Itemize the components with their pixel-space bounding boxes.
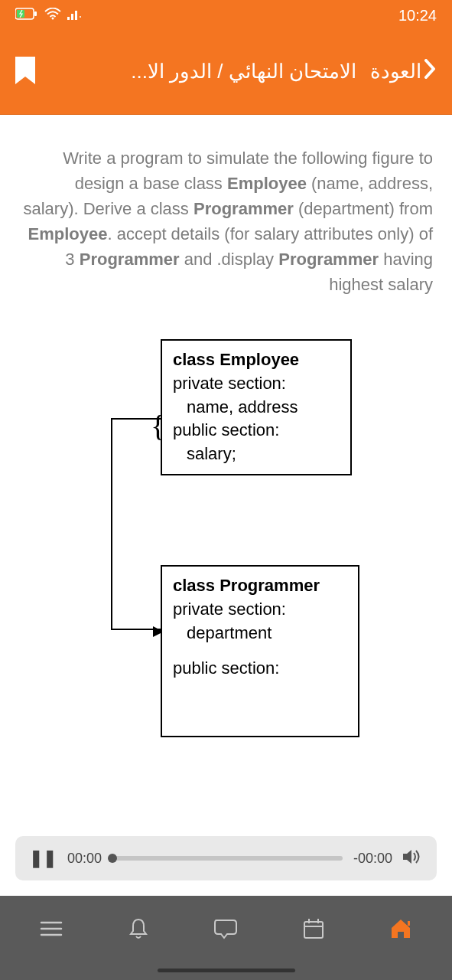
volume-icon[interactable] (403, 848, 423, 868)
battery-icon (15, 8, 38, 23)
chat-icon[interactable] (210, 913, 241, 944)
calendar-icon[interactable] (298, 913, 329, 944)
status-time: 10:24 (398, 7, 437, 24)
svg-point-3 (52, 18, 54, 20)
text-line: private section: (173, 372, 340, 396)
main-content: Write a program to simulate the followin… (0, 115, 452, 828)
home-icon[interactable] (385, 913, 416, 944)
wifi-icon (44, 8, 61, 23)
text-line: private section: (173, 598, 347, 622)
chevron-right-icon (423, 59, 437, 84)
svg-rect-5 (71, 14, 73, 20)
bookmark-icon[interactable] (15, 57, 35, 87)
audio-player[interactable]: ❚❚ 00:00 -00:00 (15, 836, 437, 880)
employee-class-title: class Employee (173, 348, 340, 372)
page-title: الامتحان النهائي / الدور الا... (131, 60, 356, 83)
programmer-class-box: class Programmer private section: depart… (161, 565, 359, 737)
text-line: public section: (173, 657, 347, 681)
home-indicator[interactable] (158, 969, 295, 972)
employee-class-box: class Employee private section: name, ad… (161, 339, 352, 475)
text-line: salary; (173, 443, 340, 466)
signal-icon (67, 8, 84, 23)
audio-current-time: 00:00 (67, 851, 102, 867)
question-text: Write a program to simulate the followin… (19, 145, 433, 297)
text-line: department (173, 622, 347, 645)
menu-icon[interactable] (36, 913, 67, 944)
bell-icon[interactable] (123, 913, 154, 944)
app-header: الامتحان النهائي / الدور الا... العودة (0, 31, 452, 115)
audio-remaining-time: -00:00 (353, 851, 392, 867)
audio-track[interactable] (112, 856, 343, 861)
inheritance-connector (111, 420, 161, 630)
audio-playhead[interactable] (108, 854, 117, 863)
pause-icon[interactable]: ❚❚ (29, 848, 57, 868)
svg-rect-11 (304, 922, 323, 938)
svg-rect-1 (34, 11, 37, 16)
svg-point-7 (80, 16, 81, 18)
text-line: public section: (173, 419, 340, 443)
svg-rect-4 (67, 17, 70, 20)
programmer-class-title: class Programmer (173, 574, 347, 598)
back-label: العودة (370, 60, 421, 83)
status-left (15, 8, 84, 23)
status-bar: 10:24 (0, 0, 452, 31)
svg-rect-15 (408, 921, 410, 926)
bottom-nav (0, 896, 452, 980)
back-button[interactable]: العودة (370, 59, 437, 84)
class-diagram: { class Employee private section: name, … (19, 339, 433, 753)
svg-rect-6 (75, 11, 77, 20)
text-line: name, address (173, 396, 340, 420)
